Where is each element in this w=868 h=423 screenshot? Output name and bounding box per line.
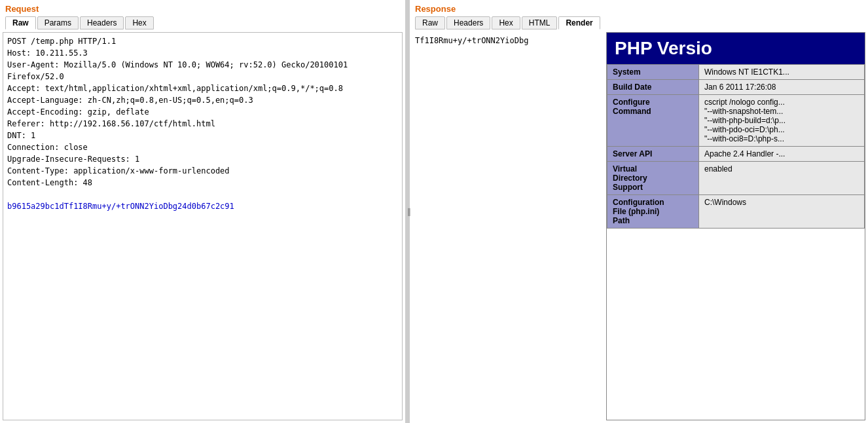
table-row: System Windows NT IE1CTK1... [607,65,865,80]
php-version-header: PHP Versio [607,33,865,64]
response-content: Tf1I8Rmu+y/+trONN2YioDbg PHP Versio Syst… [410,32,868,423]
table-cell-value: Apache 2.4 Handler -... [699,147,865,162]
response-text: Tf1I8Rmu+y/+trONN2YioDbg [415,36,601,45]
tab-render-response[interactable]: Render [558,16,600,29]
request-content-area: POST /temp.php HTTP/1.1 Host: 10.211.55.… [3,32,403,420]
table-cell-label: Server API [607,147,699,162]
tab-raw-response[interactable]: Raw [415,16,445,29]
request-line: POST /temp.php HTTP/1.1 [7,35,398,47]
response-text-area: Tf1I8Rmu+y/+trONN2YioDbg [410,32,606,423]
tab-raw-request[interactable]: Raw [5,16,36,29]
tab-headers-request[interactable]: Headers [80,16,124,29]
request-body-link[interactable]: b9615a29bc1dTf1I8Rmu+y/+trONN2YioDbg24d0… [7,202,234,211]
tab-html-response[interactable]: HTML [522,16,558,29]
php-version-title: PHP Versio [615,38,857,59]
response-title: Response [410,4,868,16]
request-line: Accept-Encoding: gzip, deflate [7,106,398,118]
table-cell-label: ConfigureCommand [607,95,699,147]
request-tabs: Raw Params Headers Hex [0,16,405,29]
request-line: Accept: text/html,application/xhtml+xml,… [7,83,398,94]
table-row: Build Date Jan 6 2011 17:26:08 [607,80,865,95]
request-line: Accept-Language: zh-CN,zh;q=0.8,en-US;q=… [7,94,398,106]
response-tabs: Raw Headers Hex HTML Render [410,16,868,29]
request-title: Request [0,4,405,16]
table-row: ConfigurationFile (php.ini)Path C:\Windo… [607,195,865,229]
tab-params[interactable]: Params [37,16,79,29]
request-line: Connection: close [7,141,398,153]
table-cell-label: System [607,65,699,80]
table-cell-label: ConfigurationFile (php.ini)Path [607,195,699,229]
request-line: Referer: http://192.168.56.107/ctf/html.… [7,118,398,130]
request-line: Firefox/52.0 [7,71,398,83]
left-panel: Request Raw Params Headers Hex POST /tem… [0,0,406,423]
php-info-panel: PHP Versio System Windows NT IE1CTK1... … [606,32,865,420]
table-cell-label: Build Date [607,80,699,95]
tab-hex-request[interactable]: Hex [125,16,153,29]
request-line: User-Agent: Mozilla/5.0 (Windows NT 10.0… [7,59,398,71]
request-line: Content-Length: 48 [7,177,398,189]
tab-hex-response[interactable]: Hex [492,16,520,29]
request-line: Upgrade-Insecure-Requests: 1 [7,153,398,165]
request-line: DNT: 1 [7,130,398,141]
table-row: VirtualDirectorySupport enabled [607,162,865,195]
request-line [7,189,398,200]
table-row: Server API Apache 2.4 Handler -... [607,147,865,162]
right-panel: Response Raw Headers Hex HTML Render Tf1… [410,0,868,423]
table-row: ConfigureCommand cscript /nologo config.… [607,95,865,147]
table-cell-value: Windows NT IE1CTK1... [699,65,865,80]
table-cell-label: VirtualDirectorySupport [607,162,699,195]
request-line: Content-Type: application/x-www-form-url… [7,165,398,177]
tab-headers-response[interactable]: Headers [446,16,490,29]
table-cell-value: enabled [699,162,865,195]
php-info-table: System Windows NT IE1CTK1... Build Date … [607,64,865,229]
table-cell-value: Jan 6 2011 17:26:08 [699,80,865,95]
table-cell-value: C:\Windows [699,195,865,229]
request-line: Host: 10.211.55.3 [7,47,398,59]
table-cell-value: cscript /nologo config... "--with-snapsh… [699,95,865,147]
